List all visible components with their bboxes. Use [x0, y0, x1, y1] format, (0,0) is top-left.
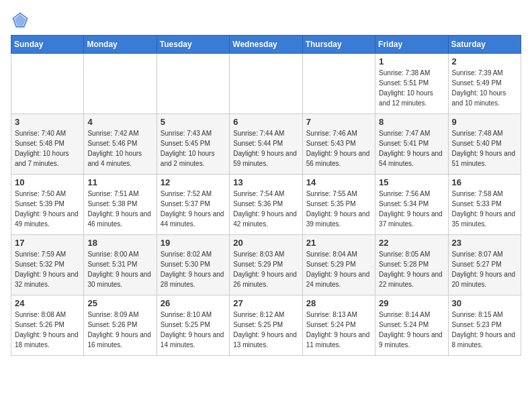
day-info: Sunrise: 8:08 AM Sunset: 5:26 PM Dayligh… — [15, 310, 80, 350]
calendar-day-cell: 26Sunrise: 8:10 AM Sunset: 5:25 PM Dayli… — [157, 295, 229, 356]
day-info: Sunrise: 7:59 AM Sunset: 5:32 PM Dayligh… — [15, 249, 80, 289]
day-number: 8 — [379, 117, 444, 127]
day-info: Sunrise: 7:40 AM Sunset: 5:48 PM Dayligh… — [15, 128, 80, 169]
day-number: 6 — [233, 117, 298, 127]
calendar-week-row: 1Sunrise: 7:38 AM Sunset: 5:51 PM Daylig… — [11, 54, 521, 114]
day-number: 13 — [233, 177, 298, 187]
day-number: 20 — [233, 238, 298, 248]
day-number: 24 — [15, 298, 80, 308]
calendar-day-cell: 29Sunrise: 8:14 AM Sunset: 5:24 PM Dayli… — [375, 295, 448, 356]
day-number: 17 — [15, 238, 80, 248]
day-info: Sunrise: 8:10 AM Sunset: 5:25 PM Dayligh… — [161, 310, 226, 350]
day-info: Sunrise: 7:55 AM Sunset: 5:35 PM Dayligh… — [306, 189, 371, 229]
day-info: Sunrise: 7:38 AM Sunset: 5:51 PM Dayligh… — [379, 68, 444, 108]
day-number: 22 — [379, 238, 444, 248]
calendar-day-cell — [230, 54, 302, 114]
day-number: 18 — [87, 238, 152, 248]
calendar-day-cell: 12Sunrise: 7:52 AM Sunset: 5:37 PM Dayli… — [157, 175, 229, 235]
calendar-day-cell: 25Sunrise: 8:09 AM Sunset: 5:26 PM Dayli… — [84, 295, 157, 356]
day-info: Sunrise: 8:14 AM Sunset: 5:24 PM Dayligh… — [379, 310, 444, 350]
day-info: Sunrise: 7:44 AM Sunset: 5:44 PM Dayligh… — [233, 128, 298, 169]
day-number: 26 — [161, 298, 226, 308]
day-info: Sunrise: 8:04 AM Sunset: 5:29 PM Dayligh… — [306, 249, 371, 289]
day-number: 1 — [379, 56, 444, 66]
calendar-day-cell — [84, 54, 157, 114]
day-number: 9 — [452, 117, 517, 127]
calendar-table: SundayMondayTuesdayWednesdayThursdayFrid… — [11, 35, 521, 356]
calendar-day-cell: 24Sunrise: 8:08 AM Sunset: 5:26 PM Dayli… — [11, 295, 84, 356]
calendar-day-cell: 8Sunrise: 7:47 AM Sunset: 5:41 PM Daylig… — [375, 114, 448, 175]
calendar-week-row: 3Sunrise: 7:40 AM Sunset: 5:48 PM Daylig… — [11, 114, 521, 175]
day-number: 21 — [306, 238, 371, 248]
day-info: Sunrise: 7:39 AM Sunset: 5:49 PM Dayligh… — [452, 68, 517, 108]
page-header — [11, 11, 521, 30]
day-info: Sunrise: 7:51 AM Sunset: 5:38 PM Dayligh… — [87, 189, 152, 229]
day-info: Sunrise: 7:52 AM Sunset: 5:37 PM Dayligh… — [161, 189, 226, 229]
day-info: Sunrise: 7:50 AM Sunset: 5:39 PM Dayligh… — [15, 189, 80, 229]
day-info: Sunrise: 7:46 AM Sunset: 5:43 PM Dayligh… — [306, 128, 371, 169]
day-number: 2 — [452, 56, 517, 66]
calendar-day-cell: 20Sunrise: 8:03 AM Sunset: 5:29 PM Dayli… — [230, 235, 302, 295]
day-number: 23 — [452, 238, 517, 248]
calendar-header-day: Thursday — [302, 36, 375, 54]
day-number: 14 — [306, 177, 371, 187]
calendar-day-cell: 5Sunrise: 7:43 AM Sunset: 5:45 PM Daylig… — [157, 114, 229, 175]
day-number: 15 — [379, 177, 444, 187]
day-info: Sunrise: 7:42 AM Sunset: 5:46 PM Dayligh… — [87, 128, 152, 169]
day-number: 19 — [161, 238, 226, 248]
calendar-day-cell — [11, 54, 84, 114]
calendar-header-day: Saturday — [448, 36, 521, 54]
calendar-day-cell: 30Sunrise: 8:15 AM Sunset: 5:23 PM Dayli… — [448, 295, 521, 356]
calendar-day-cell: 7Sunrise: 7:46 AM Sunset: 5:43 PM Daylig… — [302, 114, 375, 175]
day-info: Sunrise: 8:00 AM Sunset: 5:31 PM Dayligh… — [87, 249, 152, 289]
day-info: Sunrise: 7:43 AM Sunset: 5:45 PM Dayligh… — [161, 128, 226, 169]
calendar-week-row: 24Sunrise: 8:08 AM Sunset: 5:26 PM Dayli… — [11, 295, 521, 356]
day-number: 11 — [87, 177, 152, 187]
day-info: Sunrise: 8:13 AM Sunset: 5:24 PM Dayligh… — [306, 310, 371, 350]
calendar-day-cell: 16Sunrise: 7:58 AM Sunset: 5:33 PM Dayli… — [448, 175, 521, 235]
calendar-day-cell: 11Sunrise: 7:51 AM Sunset: 5:38 PM Dayli… — [84, 175, 157, 235]
calendar-week-row: 17Sunrise: 7:59 AM Sunset: 5:32 PM Dayli… — [11, 235, 521, 295]
calendar-day-cell: 15Sunrise: 7:56 AM Sunset: 5:34 PM Dayli… — [375, 175, 448, 235]
day-info: Sunrise: 8:15 AM Sunset: 5:23 PM Dayligh… — [452, 310, 517, 350]
calendar-day-cell: 1Sunrise: 7:38 AM Sunset: 5:51 PM Daylig… — [375, 54, 448, 114]
calendar-day-cell: 9Sunrise: 7:48 AM Sunset: 5:40 PM Daylig… — [448, 114, 521, 175]
day-number: 4 — [87, 117, 152, 127]
day-number: 30 — [452, 298, 517, 308]
day-info: Sunrise: 8:12 AM Sunset: 5:25 PM Dayligh… — [233, 310, 298, 350]
calendar-day-cell: 10Sunrise: 7:50 AM Sunset: 5:39 PM Dayli… — [11, 175, 84, 235]
calendar-day-cell: 6Sunrise: 7:44 AM Sunset: 5:44 PM Daylig… — [230, 114, 302, 175]
calendar-day-cell: 19Sunrise: 8:02 AM Sunset: 5:30 PM Dayli… — [157, 235, 229, 295]
calendar-day-cell: 18Sunrise: 8:00 AM Sunset: 5:31 PM Dayli… — [84, 235, 157, 295]
day-number: 27 — [233, 298, 298, 308]
logo — [11, 11, 32, 30]
day-number: 7 — [306, 117, 371, 127]
calendar-day-cell: 14Sunrise: 7:55 AM Sunset: 5:35 PM Dayli… — [302, 175, 375, 235]
calendar-day-cell: 28Sunrise: 8:13 AM Sunset: 5:24 PM Dayli… — [302, 295, 375, 356]
calendar-day-cell: 17Sunrise: 7:59 AM Sunset: 5:32 PM Dayli… — [11, 235, 84, 295]
day-info: Sunrise: 8:02 AM Sunset: 5:30 PM Dayligh… — [161, 249, 226, 289]
calendar-header-day: Monday — [84, 36, 157, 54]
day-number: 10 — [15, 177, 80, 187]
calendar-header-row: SundayMondayTuesdayWednesdayThursdayFrid… — [11, 36, 521, 54]
day-info: Sunrise: 8:07 AM Sunset: 5:27 PM Dayligh… — [452, 249, 517, 289]
day-number: 16 — [452, 177, 517, 187]
calendar-day-cell: 3Sunrise: 7:40 AM Sunset: 5:48 PM Daylig… — [11, 114, 84, 175]
day-info: Sunrise: 7:48 AM Sunset: 5:40 PM Dayligh… — [452, 128, 517, 169]
calendar-day-cell: 22Sunrise: 8:05 AM Sunset: 5:28 PM Dayli… — [375, 235, 448, 295]
calendar-header-day: Tuesday — [157, 36, 229, 54]
day-info: Sunrise: 8:03 AM Sunset: 5:29 PM Dayligh… — [233, 249, 298, 289]
logo-icon — [11, 11, 30, 30]
day-info: Sunrise: 7:54 AM Sunset: 5:36 PM Dayligh… — [233, 189, 298, 229]
calendar-day-cell: 23Sunrise: 8:07 AM Sunset: 5:27 PM Dayli… — [448, 235, 521, 295]
calendar-day-cell — [157, 54, 229, 114]
calendar-header-day: Sunday — [11, 36, 84, 54]
calendar-day-cell: 21Sunrise: 8:04 AM Sunset: 5:29 PM Dayli… — [302, 235, 375, 295]
calendar-week-row: 10Sunrise: 7:50 AM Sunset: 5:39 PM Dayli… — [11, 175, 521, 235]
day-info: Sunrise: 7:58 AM Sunset: 5:33 PM Dayligh… — [452, 189, 517, 229]
calendar-day-cell — [302, 54, 375, 114]
day-number: 5 — [161, 117, 226, 127]
calendar-day-cell: 27Sunrise: 8:12 AM Sunset: 5:25 PM Dayli… — [230, 295, 302, 356]
day-number: 29 — [379, 298, 444, 308]
calendar-day-cell: 4Sunrise: 7:42 AM Sunset: 5:46 PM Daylig… — [84, 114, 157, 175]
